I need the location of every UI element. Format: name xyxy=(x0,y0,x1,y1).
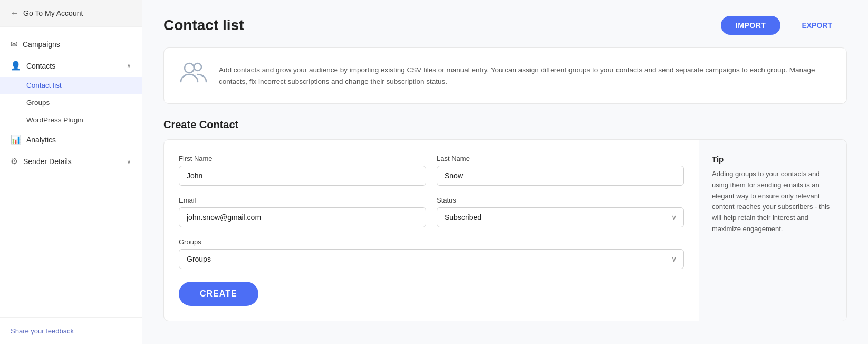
first-name-label: First Name xyxy=(179,155,426,163)
name-row: First Name Last Name xyxy=(179,155,684,186)
groups-select-wrapper: Groups ∨ xyxy=(179,249,684,269)
wordpress-plugin-label: WordPress Plugin xyxy=(26,116,83,124)
main-content: Contact list IMPORT EXPORT Add contacts … xyxy=(142,0,868,344)
contacts-icon: 👤 xyxy=(11,61,21,71)
last-name-group: Last Name xyxy=(437,155,684,186)
tip-panel: Tip Adding groups to your contacts and u… xyxy=(699,140,846,321)
create-button[interactable]: CREATE xyxy=(179,282,258,306)
sidebar-item-label: Campaigns xyxy=(23,40,60,49)
svg-point-1 xyxy=(194,63,201,71)
info-text: Add contacts and grow your audience by i… xyxy=(219,64,832,87)
create-form: First Name Last Name Email Status xyxy=(164,140,699,321)
sidebar-nav: ✉ Campaigns 👤 Contacts ∧ Contact list Gr… xyxy=(0,27,142,317)
sender-details-icon: ⚙ xyxy=(11,156,18,166)
first-name-group: First Name xyxy=(179,155,426,186)
go-to-account-link[interactable]: ← Go To My Account xyxy=(0,0,142,27)
groups-label: Groups xyxy=(179,238,684,246)
groups-row: Groups Groups ∨ xyxy=(179,238,684,269)
contacts-illustration-icon xyxy=(179,59,208,93)
groups-group: Groups Groups ∨ xyxy=(179,238,684,269)
campaigns-icon: ✉ xyxy=(11,39,17,49)
analytics-icon: 📊 xyxy=(11,135,21,145)
feedback-link[interactable]: Share your feedback xyxy=(11,327,74,335)
header-buttons: IMPORT EXPORT xyxy=(721,16,847,35)
sidebar-item-contact-list[interactable]: Contact list xyxy=(0,77,142,94)
last-name-label: Last Name xyxy=(437,155,684,163)
sidebar-item-wordpress-plugin[interactable]: WordPress Plugin xyxy=(0,111,142,129)
create-contact-heading: Create Contact xyxy=(163,119,847,131)
chevron-up-icon: ∧ xyxy=(127,62,131,70)
status-label: Status xyxy=(437,196,684,204)
page-header: Contact list IMPORT EXPORT xyxy=(163,16,847,35)
first-name-input[interactable] xyxy=(179,166,426,186)
tip-text: Adding groups to your contacts and using… xyxy=(712,169,834,235)
groups-select[interactable]: Groups xyxy=(179,249,684,269)
status-select-wrapper: Subscribed Unsubscribed Pending ∨ xyxy=(437,207,684,227)
email-label: Email xyxy=(179,196,426,204)
page-title: Contact list xyxy=(163,17,244,34)
tip-title: Tip xyxy=(712,155,834,164)
sidebar-item-contacts[interactable]: 👤 Contacts ∧ xyxy=(0,55,142,77)
contact-list-label: Contact list xyxy=(26,81,62,89)
sidebar-item-campaigns[interactable]: ✉ Campaigns xyxy=(0,33,142,55)
contacts-subnav: Contact list Groups WordPress Plugin xyxy=(0,77,142,129)
sidebar-item-groups[interactable]: Groups xyxy=(0,94,142,111)
sidebar: ← Go To My Account ✉ Campaigns 👤 Contact… xyxy=(0,0,142,344)
back-label: Go To My Account xyxy=(23,9,83,17)
last-name-input[interactable] xyxy=(437,166,684,186)
groups-label: Groups xyxy=(26,99,50,107)
sidebar-item-sender-details[interactable]: ⚙ Sender Details ∨ xyxy=(0,150,142,172)
sidebar-item-label: Analytics xyxy=(26,136,56,144)
chevron-down-icon: ∨ xyxy=(127,158,131,165)
create-form-wrapper: First Name Last Name Email Status xyxy=(163,139,847,321)
back-arrow-icon: ← xyxy=(11,8,19,18)
sidebar-item-label: Sender Details xyxy=(23,157,72,166)
sidebar-footer: Share your feedback xyxy=(0,317,142,344)
info-banner: Add contacts and grow your audience by i… xyxy=(163,47,847,104)
status-group: Status Subscribed Unsubscribed Pending ∨ xyxy=(437,196,684,227)
sidebar-item-analytics[interactable]: 📊 Analytics xyxy=(0,129,142,150)
svg-point-0 xyxy=(185,63,194,73)
export-button[interactable]: EXPORT xyxy=(787,16,847,35)
sidebar-item-label: Contacts xyxy=(26,62,55,70)
status-select[interactable]: Subscribed Unsubscribed Pending xyxy=(437,207,684,227)
import-button[interactable]: IMPORT xyxy=(721,16,780,35)
email-status-row: Email Status Subscribed Unsubscribed Pen… xyxy=(179,196,684,227)
email-input[interactable] xyxy=(179,207,426,227)
email-group: Email xyxy=(179,196,426,227)
